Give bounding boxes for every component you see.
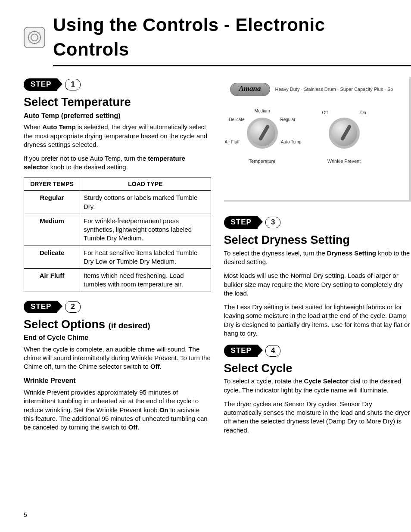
table-row: Delicate For heat sensitive items labele…	[24, 246, 211, 269]
load-cell: For wrinkle-free/permanent press synthet…	[80, 214, 211, 246]
paragraph: To select a cycle, rotate the Cycle Sele…	[224, 377, 411, 395]
temperature-knob-icon	[247, 118, 278, 149]
table-row: Air Fluff Items which need freshening. L…	[24, 269, 211, 292]
paragraph: The dryer cycles are Sensor Dry cycles. …	[224, 400, 411, 435]
tick-label: Medium	[255, 108, 270, 114]
table-header: DRYER TEMPS	[24, 177, 80, 191]
paragraph: If you prefer not to use Auto Temp, turn…	[24, 154, 211, 172]
paragraph: When the cycle is complete, an audible c…	[24, 345, 211, 371]
page-number: 5	[24, 511, 27, 519]
heading-select-options: Select Options (if desired)	[24, 317, 211, 332]
load-cell: For heat sensitive items labeled Tumble …	[80, 246, 211, 269]
svg-point-1	[31, 34, 38, 41]
wrinkle-prevent-knob-group: Off On Wrinkle Prevent	[312, 106, 377, 165]
dryer-dial-icon	[24, 27, 45, 48]
knob-label: Wrinkle Prevent	[312, 158, 377, 165]
panel-subtitle: Heavy Duty - Stainless Drum - Super Capa…	[275, 86, 393, 93]
step-label: STEP	[224, 345, 258, 357]
tick-label: Auto Temp	[281, 139, 302, 145]
control-panel-figure: Amana Heavy Duty - Stainless Drum - Supe…	[224, 77, 411, 202]
bold-text: Auto Temp	[42, 123, 75, 131]
temp-cell: Regular	[24, 191, 80, 214]
step-number-4: 4	[265, 345, 280, 357]
step-badge-2: STEP 2	[24, 301, 81, 313]
brand-logo: Amana	[230, 83, 270, 96]
paragraph: When Auto Temp is selected, the dryer wi…	[24, 123, 211, 149]
page-header: Using the Controls - Electronic Controls	[24, 13, 411, 62]
title-rule	[53, 65, 411, 66]
dryer-temps-table: DRYER TEMPS LOAD TYPE Regular Sturdy cot…	[24, 177, 211, 292]
bold-text: Off	[150, 363, 160, 370]
paragraph: To select the dryness level, turn the Dr…	[224, 249, 411, 267]
step-badge-3: STEP 3	[224, 216, 281, 229]
text: To select the dryness level, turn the	[224, 249, 327, 257]
temp-cell: Air Fluff	[24, 269, 80, 292]
text: When	[24, 123, 42, 131]
text: When the cycle is complete, an audible c…	[24, 345, 211, 370]
step-label: STEP	[24, 301, 57, 313]
text: .	[137, 423, 139, 431]
tick-label: On	[360, 110, 366, 116]
load-cell: Items which need freshening. Load tumble…	[80, 269, 211, 292]
step-badge-4: STEP 4	[224, 345, 281, 357]
temperature-knob-group: Medium Delicate Regular Air Fluff Auto T…	[230, 106, 295, 165]
page-title: Using the Controls - Electronic Controls	[53, 13, 387, 62]
step-label: STEP	[24, 78, 57, 91]
bold-text: On	[159, 406, 168, 414]
step-badge-1: STEP 1	[24, 78, 81, 91]
step-number-3: 3	[265, 217, 280, 228]
tick-label: Off	[322, 110, 328, 116]
knob-label: Temperature	[230, 158, 295, 165]
table-row: Regular Sturdy cottons or labels marked …	[24, 191, 211, 214]
step-label: STEP	[224, 216, 258, 229]
step-number-2: 2	[65, 301, 80, 313]
heading-select-cycle: Select Cycle	[224, 361, 411, 376]
paragraph: Most loads will use the Normal Dry setti…	[224, 271, 411, 298]
temp-cell: Delicate	[24, 246, 80, 269]
text: (if desired)	[109, 321, 150, 330]
text: If you prefer not to use Auto Temp, turn…	[24, 155, 148, 162]
heading-select-temperature: Select Temperature	[24, 94, 211, 110]
paragraph: Wrinkle Prevent provides approximately 9…	[24, 388, 211, 432]
wrinkle-prevent-knob-icon	[329, 118, 360, 149]
bold-text: Off	[128, 423, 138, 431]
load-cell: Sturdy cottons or labels marked Tumble D…	[80, 191, 211, 214]
tick-label: Regular	[280, 117, 295, 123]
table-row: Medium For wrinkle-free/permanent press …	[24, 214, 211, 246]
table-header: LOAD TYPE	[80, 177, 211, 191]
subheading-auto-temp: Auto Temp (preferred setting)	[24, 111, 211, 121]
text: Select Options	[24, 318, 109, 331]
step-number-1: 1	[65, 79, 80, 90]
left-column: STEP 1 Select Temperature Auto Temp (pre…	[24, 77, 211, 440]
subheading-chime: End of Cycle Chime	[24, 333, 211, 342]
text: To select a cycle, rotate the	[224, 377, 304, 385]
bold-text: Dryness Setting	[327, 249, 376, 257]
right-column: Amana Heavy Duty - Stainless Drum - Supe…	[224, 77, 411, 440]
tick-label: Air Fluff	[225, 139, 240, 145]
heading-select-dryness: Select Dryness Setting	[224, 232, 411, 248]
bold-text: Cycle Selector	[304, 377, 348, 385]
temp-cell: Medium	[24, 214, 80, 246]
tick-label: Delicate	[229, 117, 245, 123]
text: knob to the desired setting.	[49, 163, 128, 171]
subheading-wrinkle-prevent: Wrinkle Prevent	[24, 376, 211, 386]
paragraph: The Less Dry setting is best suited for …	[224, 303, 411, 338]
text: .	[160, 363, 162, 370]
